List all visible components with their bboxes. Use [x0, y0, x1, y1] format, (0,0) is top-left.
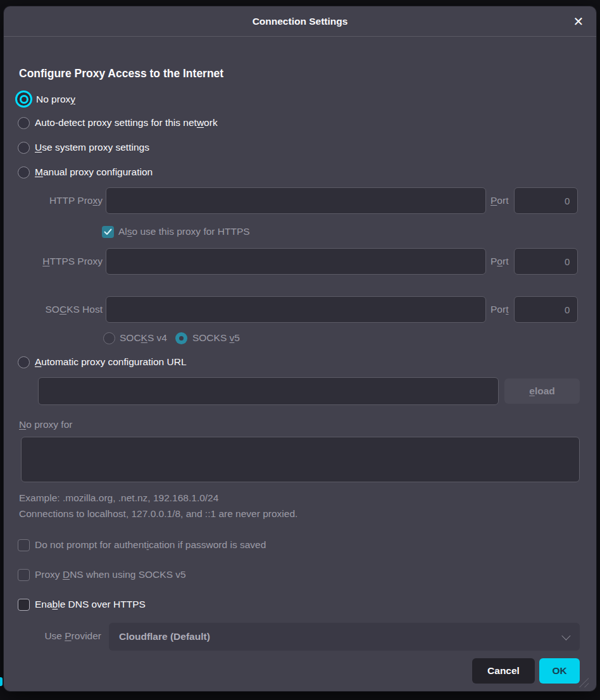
radio-manual-proxy[interactable]	[18, 166, 30, 178]
cancel-button[interactable]: Cancel	[472, 658, 535, 684]
proxy-dns-label: Proxy DNS when using SOCKS v5	[35, 569, 186, 580]
localhost-note-text: Connections to localhost, 127.0.0.1/8, a…	[19, 508, 297, 520]
radio-socks-v5[interactable]	[175, 332, 187, 344]
https-port-label: Port	[491, 256, 508, 267]
no-proxy-for-textarea[interactable]	[21, 437, 580, 482]
radio-dot	[179, 336, 184, 341]
radio-dot	[20, 95, 28, 104]
http-port-input[interactable]	[514, 187, 578, 214]
socks-port-input[interactable]	[514, 296, 578, 323]
option-row-no-prompt-auth[interactable]: Do not prompt for authentication if pass…	[18, 539, 266, 551]
checkbox-dns-over-https[interactable]	[18, 599, 30, 611]
checkmark-icon	[104, 228, 112, 235]
radio-socks-v5-label[interactable]: SOCKS v5	[192, 332, 240, 344]
https-port-input[interactable]	[514, 248, 578, 275]
reload-button[interactable]: eload	[504, 378, 580, 404]
checkbox-no-prompt-auth[interactable]	[18, 539, 30, 551]
http-proxy-label: HTTP Proxy	[16, 195, 103, 206]
http-proxy-input[interactable]	[106, 187, 486, 214]
also-https-label: Also use this proxy for HTTPS	[118, 226, 250, 237]
no-proxy-for-label: No proxy for	[19, 418, 72, 431]
background-artifact	[0, 677, 3, 686]
radio-row-manual-proxy[interactable]: Manual proxy configuration	[18, 164, 153, 180]
auto-url-input[interactable]	[38, 377, 499, 405]
provider-dropdown[interactable]: Cloudflare (Default)	[109, 623, 580, 651]
radio-system-proxy-label: Use system proxy settings	[35, 142, 149, 153]
radio-row-no-proxy[interactable]: No proxy	[15, 91, 75, 108]
radio-auto-detect-label: Auto-detect proxy settings for this netw…	[35, 117, 218, 128]
connection-settings-dialog: Connection Settings ✕ Configure Proxy Ac…	[4, 6, 596, 691]
https-proxy-label: HTTPS Proxy	[16, 256, 103, 267]
socks-host-row: SOCKS Host Port	[16, 296, 578, 323]
dialog-title: Connection Settings	[4, 6, 596, 36]
radio-no-proxy-label: No proxy	[36, 94, 75, 105]
radio-row-system-proxy[interactable]: Use system proxy settings	[18, 139, 149, 156]
radio-socks-v4-label[interactable]: SOCKS v4	[120, 332, 167, 344]
radio-auto-detect[interactable]	[18, 117, 30, 129]
provider-selected-value: Cloudflare (Default)	[119, 631, 210, 642]
https-proxy-input[interactable]	[106, 248, 486, 275]
radio-socks-v4[interactable]	[103, 332, 115, 344]
radio-auto-url-label: Automatic proxy configuration URL	[35, 356, 187, 368]
socks-version-row: SOCKS v4 SOCKS v5	[103, 330, 240, 346]
chevron-down-icon	[561, 632, 570, 641]
option-row-dns-over-https[interactable]: Enable DNS over HTTPS	[18, 598, 146, 611]
option-row-proxy-dns[interactable]: Proxy DNS when using SOCKS v5	[18, 568, 186, 581]
use-provider-label: Use Provider	[16, 630, 101, 642]
dns-over-https-label: Enable DNS over HTTPS	[35, 599, 146, 610]
radio-system-proxy[interactable]	[18, 142, 30, 154]
checkbox-proxy-dns[interactable]	[18, 569, 30, 581]
no-proxy-example-text: Example: .mozilla.org, .net.nz, 192.168.…	[19, 492, 218, 504]
socks-host-label: SOCKS Host	[16, 304, 103, 315]
radio-row-auto-detect[interactable]: Auto-detect proxy settings for this netw…	[18, 115, 218, 131]
checkbox-also-https[interactable]	[102, 226, 114, 238]
http-proxy-row: HTTP Proxy Port	[16, 187, 578, 214]
socks-port-label: Port	[491, 304, 508, 315]
dialog-title-bar: Connection Settings ✕	[4, 6, 596, 37]
no-prompt-auth-label: Do not prompt for authentication if pass…	[35, 539, 266, 551]
page-title: Configure Proxy Access to the Internet	[19, 67, 223, 80]
close-icon[interactable]: ✕	[568, 11, 589, 32]
resize-grip[interactable]	[578, 677, 589, 687]
https-proxy-row: HTTPS Proxy Port	[16, 248, 578, 275]
radio-no-proxy[interactable]	[15, 91, 32, 108]
socks-host-input[interactable]	[106, 296, 486, 323]
radio-manual-proxy-label: Manual proxy configuration	[35, 166, 153, 178]
http-port-label: Port	[491, 195, 508, 206]
radio-row-auto-url[interactable]: Automatic proxy configuration URL	[18, 354, 187, 370]
also-https-row[interactable]: Also use this proxy for HTTPS	[102, 225, 250, 238]
radio-auto-url[interactable]	[18, 356, 30, 368]
ok-button[interactable]: OK	[539, 658, 580, 684]
